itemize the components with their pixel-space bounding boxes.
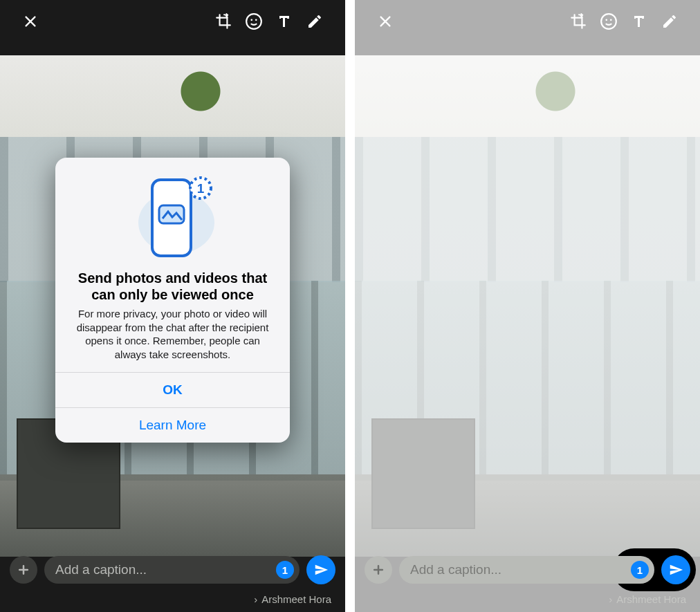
recipient-name: Arshmeet Hora [616,593,686,605]
caption-bar: Add a caption... 1 [355,555,700,584]
dialog-learn-more-button[interactable]: Learn More [55,407,290,443]
svg-point-9 [610,19,612,21]
view-once-badge[interactable]: 1 [631,561,649,579]
svg-point-2 [255,19,257,21]
add-media-button[interactable] [365,556,392,584]
emoji-icon[interactable] [239,12,269,30]
chevron-right-icon: › [254,593,257,605]
add-media-button[interactable] [10,556,37,584]
view-once-badge[interactable]: 1 [276,561,294,579]
dialog-title: Send photos and videos that can only be … [55,270,290,307]
crop-rotate-icon[interactable] [208,12,239,30]
text-icon[interactable] [624,13,654,30]
view-once-dialog: 1 Send photos and videos that can only b… [55,158,290,443]
editor-toolbar [355,12,700,30]
editor-toolbar [0,12,345,30]
send-button[interactable] [306,555,335,584]
draw-icon[interactable] [300,13,330,30]
emoji-icon[interactable] [593,12,624,30]
caption-bar: Add a caption... 1 [0,555,345,584]
editor-screen-with-dialog: 1 Send photos and videos that can only b… [0,0,345,612]
svg-point-8 [605,19,607,21]
recipient-chip[interactable]: › Arshmeet Hora [609,593,686,605]
recipient-chip[interactable]: › Arshmeet Hora [254,593,331,605]
editor-screen-faded: Add a caption... 1 › Arshmeet Hora [355,0,700,612]
svg-point-7 [601,14,616,29]
recipient-name: Arshmeet Hora [261,593,331,605]
svg-rect-5 [159,205,184,223]
svg-point-0 [246,14,261,29]
caption-placeholder: Add a caption... [55,562,276,577]
dim-overlay [355,0,700,612]
caption-input[interactable]: Add a caption... 1 [44,556,300,584]
dialog-body: For more privacy, your photo or video wi… [55,307,290,372]
close-icon[interactable] [15,14,46,29]
chevron-right-icon: › [609,593,612,605]
text-icon[interactable] [269,13,300,30]
caption-placeholder: Add a caption... [410,562,631,577]
dialog-illustration: 1 [55,158,290,270]
close-icon[interactable] [370,14,400,29]
dialog-ok-button[interactable]: OK [55,372,290,407]
svg-point-1 [250,19,252,21]
draw-icon[interactable] [654,13,685,30]
dialog-badge-number: 1 [196,181,204,196]
caption-input[interactable]: Add a caption... 1 [399,556,654,584]
send-button[interactable] [661,555,690,584]
crop-rotate-icon[interactable] [563,12,593,30]
